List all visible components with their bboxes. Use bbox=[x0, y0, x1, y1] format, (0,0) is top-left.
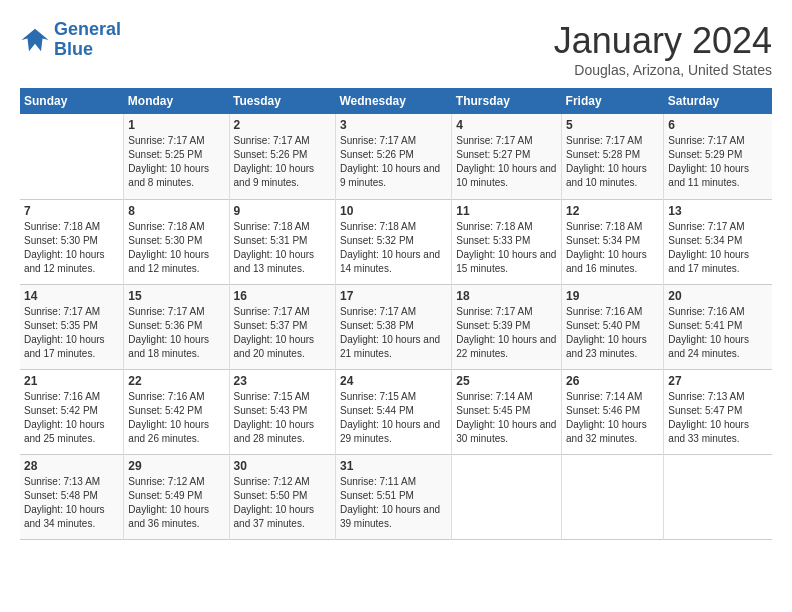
day-cell: 8 Sunrise: 7:18 AMSunset: 5:30 PMDayligh… bbox=[124, 199, 229, 284]
day-info: Sunrise: 7:16 AMSunset: 5:42 PMDaylight:… bbox=[24, 390, 119, 446]
day-number: 14 bbox=[24, 289, 119, 303]
day-info: Sunrise: 7:17 AMSunset: 5:26 PMDaylight:… bbox=[340, 134, 447, 190]
day-number: 28 bbox=[24, 459, 119, 473]
day-number: 3 bbox=[340, 118, 447, 132]
day-number: 22 bbox=[128, 374, 224, 388]
day-info: Sunrise: 7:16 AMSunset: 5:42 PMDaylight:… bbox=[128, 390, 224, 446]
day-number: 12 bbox=[566, 204, 659, 218]
week-row-3: 14 Sunrise: 7:17 AMSunset: 5:35 PMDaylig… bbox=[20, 284, 772, 369]
day-number: 20 bbox=[668, 289, 768, 303]
day-info: Sunrise: 7:12 AMSunset: 5:50 PMDaylight:… bbox=[234, 475, 331, 531]
day-number: 11 bbox=[456, 204, 557, 218]
day-number: 21 bbox=[24, 374, 119, 388]
day-cell: 18 Sunrise: 7:17 AMSunset: 5:39 PMDaylig… bbox=[452, 284, 562, 369]
day-info: Sunrise: 7:17 AMSunset: 5:25 PMDaylight:… bbox=[128, 134, 224, 190]
day-number: 5 bbox=[566, 118, 659, 132]
day-cell: 1 Sunrise: 7:17 AMSunset: 5:25 PMDayligh… bbox=[124, 114, 229, 199]
col-sunday: Sunday bbox=[20, 88, 124, 114]
day-number: 16 bbox=[234, 289, 331, 303]
logo-icon bbox=[20, 25, 50, 55]
day-info: Sunrise: 7:17 AMSunset: 5:37 PMDaylight:… bbox=[234, 305, 331, 361]
day-number: 18 bbox=[456, 289, 557, 303]
day-number: 31 bbox=[340, 459, 447, 473]
day-info: Sunrise: 7:14 AMSunset: 5:45 PMDaylight:… bbox=[456, 390, 557, 446]
day-number: 13 bbox=[668, 204, 768, 218]
day-cell: 15 Sunrise: 7:17 AMSunset: 5:36 PMDaylig… bbox=[124, 284, 229, 369]
logo: General Blue bbox=[20, 20, 121, 60]
week-row-1: 1 Sunrise: 7:17 AMSunset: 5:25 PMDayligh… bbox=[20, 114, 772, 199]
day-cell: 23 Sunrise: 7:15 AMSunset: 5:43 PMDaylig… bbox=[229, 369, 335, 454]
day-number: 8 bbox=[128, 204, 224, 218]
month-title: January 2024 bbox=[554, 20, 772, 62]
day-cell: 22 Sunrise: 7:16 AMSunset: 5:42 PMDaylig… bbox=[124, 369, 229, 454]
day-cell: 25 Sunrise: 7:14 AMSunset: 5:45 PMDaylig… bbox=[452, 369, 562, 454]
day-cell: 17 Sunrise: 7:17 AMSunset: 5:38 PMDaylig… bbox=[335, 284, 451, 369]
day-info: Sunrise: 7:15 AMSunset: 5:43 PMDaylight:… bbox=[234, 390, 331, 446]
day-cell: 9 Sunrise: 7:18 AMSunset: 5:31 PMDayligh… bbox=[229, 199, 335, 284]
col-wednesday: Wednesday bbox=[335, 88, 451, 114]
day-cell bbox=[664, 454, 772, 539]
day-cell: 30 Sunrise: 7:12 AMSunset: 5:50 PMDaylig… bbox=[229, 454, 335, 539]
day-number: 19 bbox=[566, 289, 659, 303]
col-monday: Monday bbox=[124, 88, 229, 114]
day-info: Sunrise: 7:13 AMSunset: 5:48 PMDaylight:… bbox=[24, 475, 119, 531]
col-saturday: Saturday bbox=[664, 88, 772, 114]
header-row: Sunday Monday Tuesday Wednesday Thursday… bbox=[20, 88, 772, 114]
day-number: 26 bbox=[566, 374, 659, 388]
day-info: Sunrise: 7:18 AMSunset: 5:30 PMDaylight:… bbox=[128, 220, 224, 276]
day-number: 2 bbox=[234, 118, 331, 132]
day-info: Sunrise: 7:15 AMSunset: 5:44 PMDaylight:… bbox=[340, 390, 447, 446]
day-cell: 6 Sunrise: 7:17 AMSunset: 5:29 PMDayligh… bbox=[664, 114, 772, 199]
day-info: Sunrise: 7:11 AMSunset: 5:51 PMDaylight:… bbox=[340, 475, 447, 531]
col-thursday: Thursday bbox=[452, 88, 562, 114]
day-info: Sunrise: 7:17 AMSunset: 5:36 PMDaylight:… bbox=[128, 305, 224, 361]
day-number: 1 bbox=[128, 118, 224, 132]
day-cell bbox=[20, 114, 124, 199]
page-header: General Blue January 2024 Douglas, Arizo… bbox=[20, 20, 772, 78]
day-info: Sunrise: 7:18 AMSunset: 5:32 PMDaylight:… bbox=[340, 220, 447, 276]
day-info: Sunrise: 7:18 AMSunset: 5:34 PMDaylight:… bbox=[566, 220, 659, 276]
day-number: 24 bbox=[340, 374, 447, 388]
day-number: 30 bbox=[234, 459, 331, 473]
day-cell: 31 Sunrise: 7:11 AMSunset: 5:51 PMDaylig… bbox=[335, 454, 451, 539]
week-row-4: 21 Sunrise: 7:16 AMSunset: 5:42 PMDaylig… bbox=[20, 369, 772, 454]
week-row-5: 28 Sunrise: 7:13 AMSunset: 5:48 PMDaylig… bbox=[20, 454, 772, 539]
day-cell: 28 Sunrise: 7:13 AMSunset: 5:48 PMDaylig… bbox=[20, 454, 124, 539]
day-cell: 4 Sunrise: 7:17 AMSunset: 5:27 PMDayligh… bbox=[452, 114, 562, 199]
day-cell: 2 Sunrise: 7:17 AMSunset: 5:26 PMDayligh… bbox=[229, 114, 335, 199]
day-info: Sunrise: 7:17 AMSunset: 5:38 PMDaylight:… bbox=[340, 305, 447, 361]
day-cell: 20 Sunrise: 7:16 AMSunset: 5:41 PMDaylig… bbox=[664, 284, 772, 369]
day-info: Sunrise: 7:17 AMSunset: 5:39 PMDaylight:… bbox=[456, 305, 557, 361]
day-info: Sunrise: 7:13 AMSunset: 5:47 PMDaylight:… bbox=[668, 390, 768, 446]
day-number: 6 bbox=[668, 118, 768, 132]
day-cell: 13 Sunrise: 7:17 AMSunset: 5:34 PMDaylig… bbox=[664, 199, 772, 284]
day-number: 4 bbox=[456, 118, 557, 132]
week-row-2: 7 Sunrise: 7:18 AMSunset: 5:30 PMDayligh… bbox=[20, 199, 772, 284]
title-block: January 2024 Douglas, Arizona, United St… bbox=[554, 20, 772, 78]
day-cell: 14 Sunrise: 7:17 AMSunset: 5:35 PMDaylig… bbox=[20, 284, 124, 369]
day-number: 27 bbox=[668, 374, 768, 388]
day-info: Sunrise: 7:17 AMSunset: 5:26 PMDaylight:… bbox=[234, 134, 331, 190]
svg-marker-0 bbox=[22, 29, 49, 52]
day-cell: 10 Sunrise: 7:18 AMSunset: 5:32 PMDaylig… bbox=[335, 199, 451, 284]
day-number: 7 bbox=[24, 204, 119, 218]
col-tuesday: Tuesday bbox=[229, 88, 335, 114]
day-info: Sunrise: 7:18 AMSunset: 5:31 PMDaylight:… bbox=[234, 220, 331, 276]
day-cell: 11 Sunrise: 7:18 AMSunset: 5:33 PMDaylig… bbox=[452, 199, 562, 284]
day-number: 9 bbox=[234, 204, 331, 218]
day-info: Sunrise: 7:12 AMSunset: 5:49 PMDaylight:… bbox=[128, 475, 224, 531]
day-info: Sunrise: 7:17 AMSunset: 5:28 PMDaylight:… bbox=[566, 134, 659, 190]
day-cell: 27 Sunrise: 7:13 AMSunset: 5:47 PMDaylig… bbox=[664, 369, 772, 454]
day-cell: 19 Sunrise: 7:16 AMSunset: 5:40 PMDaylig… bbox=[562, 284, 664, 369]
day-number: 10 bbox=[340, 204, 447, 218]
day-cell: 21 Sunrise: 7:16 AMSunset: 5:42 PMDaylig… bbox=[20, 369, 124, 454]
day-cell: 12 Sunrise: 7:18 AMSunset: 5:34 PMDaylig… bbox=[562, 199, 664, 284]
day-info: Sunrise: 7:17 AMSunset: 5:29 PMDaylight:… bbox=[668, 134, 768, 190]
day-cell: 5 Sunrise: 7:17 AMSunset: 5:28 PMDayligh… bbox=[562, 114, 664, 199]
day-info: Sunrise: 7:17 AMSunset: 5:27 PMDaylight:… bbox=[456, 134, 557, 190]
day-cell: 16 Sunrise: 7:17 AMSunset: 5:37 PMDaylig… bbox=[229, 284, 335, 369]
day-info: Sunrise: 7:14 AMSunset: 5:46 PMDaylight:… bbox=[566, 390, 659, 446]
day-number: 17 bbox=[340, 289, 447, 303]
day-number: 15 bbox=[128, 289, 224, 303]
day-cell: 3 Sunrise: 7:17 AMSunset: 5:26 PMDayligh… bbox=[335, 114, 451, 199]
